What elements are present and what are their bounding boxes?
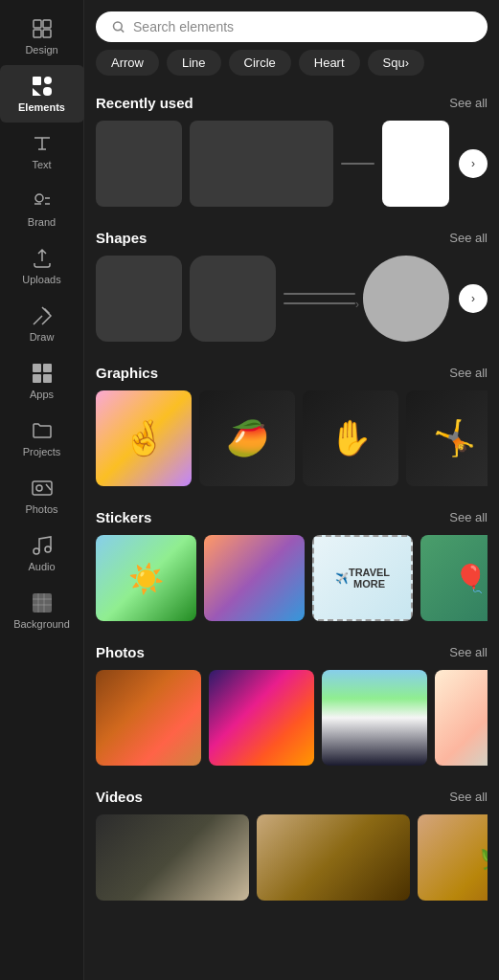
shapes-see-all[interactable]: See all <box>449 231 488 245</box>
sidebar-item-projects[interactable]: Projects <box>0 410 84 467</box>
sidebar-label-audio: Audio <box>28 561 55 572</box>
svg-rect-3 <box>43 30 51 37</box>
shape-lines-group: › <box>284 293 355 304</box>
recent-item-white[interactable] <box>382 121 449 207</box>
stickers-see-all[interactable]: See all <box>449 510 488 524</box>
graphics-section: Graphics See all 🤞 🥭 ✋ 🤸 › <box>84 357 499 501</box>
shapes-title: Shapes <box>96 230 147 246</box>
text-icon <box>31 132 54 155</box>
shape-item-1[interactable] <box>96 256 182 342</box>
search-icon <box>111 19 125 34</box>
sidebar-item-uploads[interactable]: Uploads <box>0 237 84 295</box>
photos-see-all[interactable]: See all <box>449 645 488 659</box>
shape-item-2[interactable] <box>190 256 276 342</box>
sticker-sun[interactable]: ☀️ <box>96 535 196 621</box>
sidebar-label-draw: Draw <box>30 331 55 343</box>
sticker-travel[interactable]: ✈️TRAVELMORE <box>312 535 413 621</box>
graphics-see-all[interactable]: See all <box>449 366 488 380</box>
recently-used-title: Recently used <box>96 95 193 111</box>
svg-rect-17 <box>33 593 52 612</box>
stickers-row: ☀️ ✈️TRAVELMORE 🎈 › <box>96 535 488 633</box>
svg-point-18 <box>114 22 123 31</box>
video-item-2[interactable] <box>257 814 410 901</box>
graphic-item-hand[interactable]: 🤞 <box>96 390 192 486</box>
graphics-title: Graphics <box>96 365 158 381</box>
audio-icon <box>31 534 54 557</box>
stickers-title: Stickers <box>96 509 151 525</box>
draw-icon <box>31 304 54 327</box>
sticker-balloon[interactable]: 🎈 <box>420 535 488 621</box>
photos-row: › <box>96 670 488 777</box>
chip-line[interactable]: Line <box>167 50 221 76</box>
videos-header: Videos See all <box>96 789 488 805</box>
apps-icon <box>31 362 54 385</box>
shapes-section: Shapes See all › › <box>84 222 499 357</box>
stickers-header: Stickers See all <box>96 509 488 525</box>
svg-rect-7 <box>43 87 52 96</box>
videos-row: 🌿 <box>96 814 488 912</box>
sidebar-item-background[interactable]: Background <box>0 582 84 639</box>
search-input[interactable] <box>133 19 472 34</box>
svg-point-15 <box>34 548 39 554</box>
sidebar-item-apps[interactable]: Apps <box>0 352 84 410</box>
stickers-section: Stickers See all ☀️ ✈️TRAVELMORE 🎈 › <box>84 501 499 636</box>
chip-square[interactable]: Squ› <box>368 50 424 76</box>
sidebar: Design Elements Text Brand Uploads <box>0 0 84 980</box>
sidebar-label-elements: Elements <box>18 101 65 113</box>
photos-title: Photos <box>96 644 145 660</box>
projects-icon <box>31 419 54 442</box>
photo-item-4[interactable] <box>435 670 488 766</box>
svg-rect-10 <box>43 364 52 372</box>
sidebar-label-uploads: Uploads <box>22 274 60 285</box>
graphics-row: 🤞 🥭 ✋ 🤸 › <box>96 390 488 498</box>
sidebar-label-text: Text <box>32 159 51 170</box>
shape-circle[interactable] <box>363 256 449 342</box>
photo-item-1[interactable] <box>96 670 201 766</box>
recent-item-line <box>341 163 374 165</box>
videos-see-all[interactable]: See all <box>449 790 488 804</box>
graphic-item-figure[interactable]: 🤸 <box>406 390 488 486</box>
photo-item-3[interactable] <box>322 670 427 766</box>
recently-used-section: Recently used See all › <box>84 87 499 222</box>
videos-title: Videos <box>96 789 143 805</box>
sidebar-item-draw[interactable]: Draw <box>0 295 84 352</box>
svg-point-8 <box>35 194 43 202</box>
svg-point-14 <box>36 485 42 491</box>
recent-item-2[interactable] <box>190 121 333 207</box>
sidebar-label-apps: Apps <box>30 389 54 400</box>
sidebar-item-text[interactable]: Text <box>0 122 84 180</box>
video-item-1[interactable] <box>96 814 249 901</box>
svg-rect-12 <box>43 374 52 383</box>
sticker-landscape[interactable] <box>204 535 305 621</box>
chip-circle[interactable]: Circle <box>229 50 291 76</box>
chip-arrow[interactable]: Arrow <box>96 50 159 76</box>
svg-rect-9 <box>33 364 41 372</box>
sidebar-item-elements[interactable]: Elements <box>0 65 84 122</box>
recently-used-next[interactable]: › <box>459 149 488 178</box>
sidebar-item-brand[interactable]: Brand <box>0 180 84 237</box>
recently-used-see-all[interactable]: See all <box>449 96 488 110</box>
recent-item-1[interactable] <box>96 121 182 207</box>
shapes-header: Shapes See all <box>96 230 488 246</box>
chip-heart[interactable]: Heart <box>299 50 360 76</box>
photos-icon <box>31 477 54 500</box>
design-icon <box>31 17 54 40</box>
search-input-wrap[interactable] <box>96 11 488 42</box>
recently-used-row: › <box>96 121 488 218</box>
videos-section: Videos See all 🌿 <box>84 781 499 916</box>
graphic-item-papaya[interactable]: 🥭 <box>199 390 295 486</box>
filter-chips-row: Arrow Line Circle Heart Squ› <box>84 50 499 87</box>
video-item-3[interactable]: 🌿 <box>418 814 488 901</box>
svg-point-16 <box>45 546 51 552</box>
background-icon <box>31 591 54 614</box>
main-panel: Arrow Line Circle Heart Squ› Recently us… <box>84 0 499 980</box>
sidebar-item-audio[interactable]: Audio <box>0 524 84 582</box>
svg-rect-11 <box>33 374 41 383</box>
sidebar-item-design[interactable]: Design <box>0 8 84 65</box>
graphic-item-colorhand[interactable]: ✋ <box>303 390 398 486</box>
photo-item-2[interactable] <box>209 670 314 766</box>
svg-rect-0 <box>34 20 41 28</box>
shapes-next[interactable]: › <box>459 284 488 313</box>
sidebar-item-photos[interactable]: Photos <box>0 467 84 524</box>
svg-marker-6 <box>33 88 41 96</box>
